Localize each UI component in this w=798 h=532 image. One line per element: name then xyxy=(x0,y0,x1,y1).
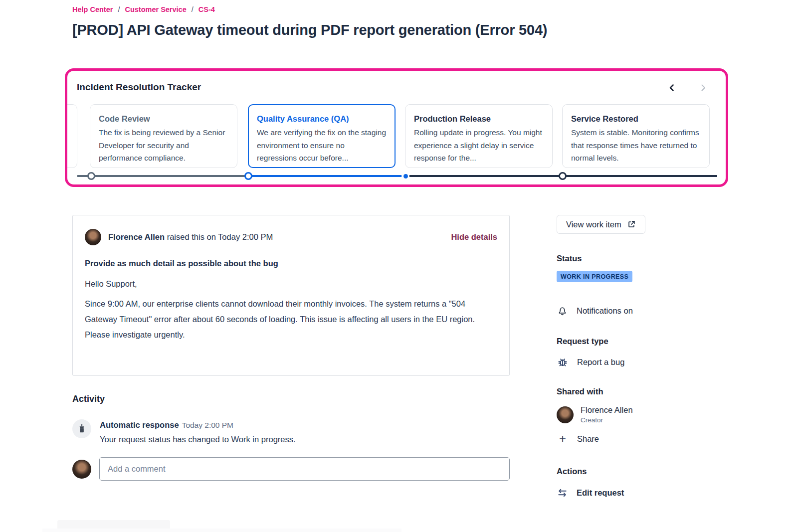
add-comment-input[interactable] xyxy=(99,457,510,481)
request-raised-text: Florence Allen raised this on Today 2:00… xyxy=(108,232,273,242)
external-link-icon xyxy=(627,220,636,229)
step-description: Rolling update in progress. You might ex… xyxy=(414,126,544,165)
tracker-next-button[interactable] xyxy=(696,81,710,95)
activity-message: Your request status has changed to Work … xyxy=(100,435,296,444)
tracker-title: Incident Resolution Tracker xyxy=(77,82,201,93)
breadcrumb-separator: / xyxy=(118,5,120,13)
step-title: Code Review xyxy=(99,114,228,124)
main-column: Florence Allen raised this on Today 2:00… xyxy=(72,215,510,481)
person-avatar xyxy=(557,406,574,423)
timeline-dot-service-restored xyxy=(559,172,567,180)
person-name: Florence Allen xyxy=(581,405,633,415)
comment-row xyxy=(72,457,510,481)
activity-item-automatic-response: Automatic responseToday 2:00 PM Your req… xyxy=(72,419,510,444)
step-title: Service Restored xyxy=(571,114,701,124)
shared-person-row: Florence Allen Creator xyxy=(557,405,726,424)
request-type-label: Report a bug xyxy=(577,357,624,367)
breadcrumb-separator: / xyxy=(192,5,194,13)
activity-title: Activity xyxy=(72,394,510,404)
actions-heading: Actions xyxy=(557,467,726,476)
notifications-label: Notifications on xyxy=(577,306,633,316)
person-info: Florence Allen Creator xyxy=(581,405,633,424)
step-description: We are verifying the fix on the staging … xyxy=(257,126,387,165)
activity-author: Automatic response xyxy=(100,420,179,429)
request-header: Florence Allen raised this on Today 2:00… xyxy=(85,229,497,245)
cutoff-element xyxy=(42,529,401,532)
status-heading: Status xyxy=(557,254,726,263)
breadcrumb: Help Center / Customer Service / CS-4 xyxy=(72,5,215,13)
step-card-partial xyxy=(65,104,77,168)
current-user-avatar xyxy=(72,460,91,479)
request-greeting: Hello Support, xyxy=(85,279,497,289)
timeline-segment-done xyxy=(77,175,249,177)
view-work-item-button[interactable]: View work item xyxy=(557,215,645,234)
timeline-dot-production-release xyxy=(401,172,409,180)
notifications-toggle[interactable]: Notifications on xyxy=(557,305,726,317)
plus-icon: + xyxy=(557,434,569,444)
step-title: Production Release xyxy=(414,114,544,124)
step-card-production-release[interactable]: Production Release Rolling update in pro… xyxy=(405,104,553,168)
edit-request-button[interactable]: Edit request xyxy=(557,487,726,499)
request-details-card: Florence Allen raised this on Today 2:00… xyxy=(72,215,510,376)
activity-item-text: Automatic responseToday 2:00 PM Your req… xyxy=(100,419,296,444)
robot-icon xyxy=(76,423,87,434)
step-card-quality-assurance[interactable]: Quality Assurance (QA) We are verifying … xyxy=(248,104,396,168)
status-badge: WORK IN PROGRESS xyxy=(557,271,632,282)
incident-resolution-tracker: Incident Resolution Tracker Code Review … xyxy=(65,68,728,187)
tracker-prev-button[interactable] xyxy=(665,81,679,95)
timeline-segment-active xyxy=(249,175,406,177)
swap-arrows-icon xyxy=(557,487,568,499)
breadcrumb-ticket-key[interactable]: CS-4 xyxy=(199,5,215,13)
shared-with-heading: Shared with xyxy=(557,387,726,396)
step-title: Quality Assurance (QA) xyxy=(257,114,387,124)
timeline-dot-code-review xyxy=(87,172,95,180)
share-button[interactable]: + Share xyxy=(557,434,726,444)
share-label: Share xyxy=(577,434,599,444)
reporter-avatar xyxy=(85,229,101,245)
timeline-dot-quality-assurance xyxy=(244,172,252,180)
bell-icon xyxy=(557,305,568,317)
chevron-right-icon xyxy=(698,83,708,93)
hide-details-link[interactable]: Hide details xyxy=(451,232,497,242)
bug-icon xyxy=(557,356,569,368)
step-description: The fix is being reviewed by a Senior De… xyxy=(99,126,228,165)
sidebar: View work item Status WORK IN PROGRESS N… xyxy=(557,215,726,499)
step-card-code-review[interactable]: Code Review The fix is being reviewed by… xyxy=(90,104,237,168)
edit-request-label: Edit request xyxy=(577,488,624,498)
breadcrumb-customer-service[interactable]: Customer Service xyxy=(125,5,186,13)
request-type-heading: Request type xyxy=(557,337,726,346)
breadcrumb-help-center[interactable]: Help Center xyxy=(72,5,113,13)
request-field-label: Provide as much detail as possible about… xyxy=(85,259,497,268)
request-body: Since 9:00 AM, our enterprise clients ca… xyxy=(85,296,497,343)
chevron-left-icon xyxy=(667,83,677,93)
reporter-name: Florence Allen xyxy=(108,232,165,241)
step-card-service-restored[interactable]: Service Restored System is stable. Monit… xyxy=(562,104,710,168)
step-description: System is stable. Monitoring confirms th… xyxy=(571,126,701,165)
activity-timestamp: Today 2:00 PM xyxy=(182,421,233,429)
request-type-value: Report a bug xyxy=(557,356,726,368)
page-title: [PROD] API Gateway timeout during PDF re… xyxy=(72,22,547,38)
robot-avatar xyxy=(72,419,91,438)
person-role: Creator xyxy=(581,416,633,424)
